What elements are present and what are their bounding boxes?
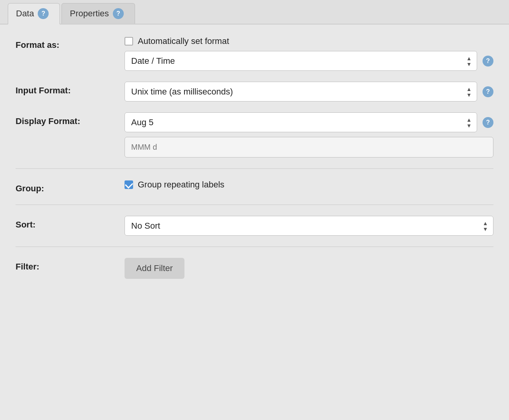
group-checkbox[interactable] bbox=[125, 180, 133, 189]
panel: Data ? Properties ? Format as: Automatic… bbox=[0, 0, 509, 420]
sort-select[interactable]: No Sort Ascending Descending bbox=[125, 216, 493, 236]
format-as-row: Format as: Automatically set format Date… bbox=[16, 36, 493, 71]
tab-data-help[interactable]: ? bbox=[38, 8, 49, 19]
display-format-help[interactable]: ? bbox=[483, 117, 493, 128]
content-area: Format as: Automatically set format Date… bbox=[0, 24, 509, 301]
group-control: Group repeating labels bbox=[125, 180, 493, 190]
display-format-text-input[interactable] bbox=[125, 137, 493, 158]
group-row: Group: Group repeating labels bbox=[16, 180, 493, 205]
format-select[interactable]: Date / Time Text Number Boolean bbox=[125, 51, 477, 71]
input-format-label: Input Format: bbox=[16, 82, 125, 96]
display-format-select-wrapper: Aug 5 August 5, 2024 08/05/2024 Custom ▲… bbox=[125, 112, 493, 132]
format-as-control: Automatically set format Date / Time Tex… bbox=[125, 36, 493, 71]
input-format-help[interactable]: ? bbox=[483, 86, 493, 97]
sort-control: No Sort Ascending Descending ▲ ▼ bbox=[125, 216, 493, 236]
filter-label: Filter: bbox=[16, 258, 125, 272]
tab-data[interactable]: Data ? bbox=[8, 3, 60, 24]
group-checkbox-row: Group repeating labels bbox=[125, 180, 493, 190]
tab-properties[interactable]: Properties ? bbox=[61, 3, 135, 24]
filter-row: Filter: Add Filter bbox=[16, 258, 493, 279]
display-format-select[interactable]: Aug 5 August 5, 2024 08/05/2024 Custom bbox=[125, 112, 477, 132]
display-format-select-inner: Aug 5 August 5, 2024 08/05/2024 Custom ▲… bbox=[125, 112, 477, 132]
format-as-label: Format as: bbox=[16, 36, 125, 50]
tab-data-label: Data bbox=[16, 9, 34, 19]
input-format-select-wrapper: Unix time (as milliseconds) ISO 8601 Tim… bbox=[125, 82, 493, 102]
format-select-help[interactable]: ? bbox=[483, 56, 493, 66]
add-filter-button[interactable]: Add Filter bbox=[125, 258, 184, 279]
sort-select-inner: No Sort Ascending Descending ▲ ▼ bbox=[125, 216, 493, 236]
display-format-row: Display Format: Aug 5 August 5, 2024 08/… bbox=[16, 112, 493, 169]
filter-control: Add Filter bbox=[125, 258, 493, 279]
format-select-inner: Date / Time Text Number Boolean ▲ ▼ bbox=[125, 51, 477, 71]
tabs-bar: Data ? Properties ? bbox=[0, 0, 509, 24]
tab-properties-help[interactable]: ? bbox=[113, 8, 124, 19]
display-format-label: Display Format: bbox=[16, 112, 125, 126]
sort-label: Sort: bbox=[16, 216, 125, 230]
group-checkbox-label: Group repeating labels bbox=[138, 180, 225, 190]
sort-select-wrapper: No Sort Ascending Descending ▲ ▼ bbox=[125, 216, 493, 236]
input-format-select-inner: Unix time (as milliseconds) ISO 8601 Tim… bbox=[125, 82, 477, 102]
sort-row: Sort: No Sort Ascending Descending ▲ ▼ bbox=[16, 216, 493, 247]
format-select-wrapper: Date / Time Text Number Boolean ▲ ▼ ? bbox=[125, 51, 493, 71]
auto-format-checkbox[interactable] bbox=[125, 37, 133, 46]
input-format-select[interactable]: Unix time (as milliseconds) ISO 8601 Tim… bbox=[125, 82, 477, 102]
group-label: Group: bbox=[16, 180, 125, 194]
input-format-row: Input Format: Unix time (as milliseconds… bbox=[16, 82, 493, 102]
tab-properties-label: Properties bbox=[70, 9, 109, 19]
display-format-control: Aug 5 August 5, 2024 08/05/2024 Custom ▲… bbox=[125, 112, 493, 158]
auto-format-row: Automatically set format bbox=[125, 36, 493, 46]
input-format-control: Unix time (as milliseconds) ISO 8601 Tim… bbox=[125, 82, 493, 102]
auto-format-label: Automatically set format bbox=[138, 36, 229, 46]
